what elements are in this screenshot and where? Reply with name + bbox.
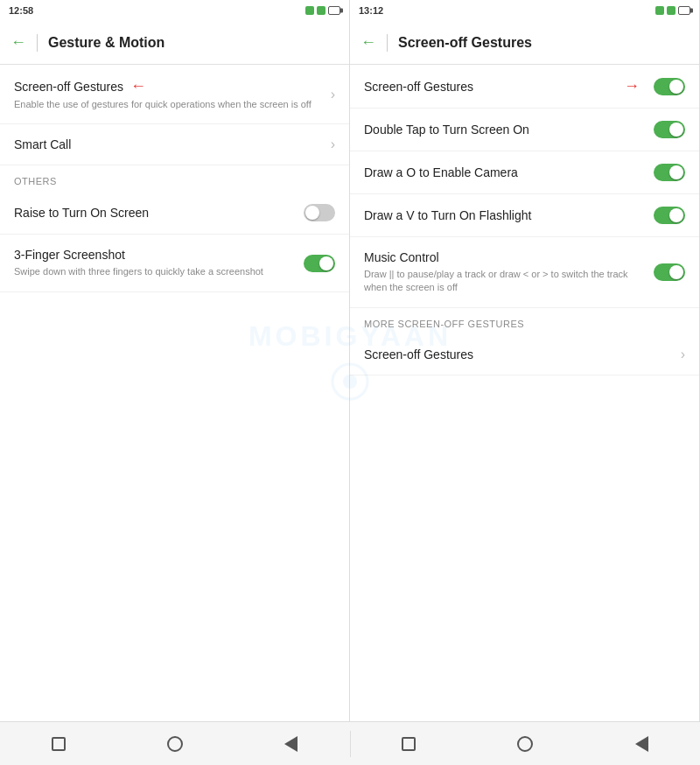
right-screen-title: Screen-off Gestures: [398, 35, 532, 51]
left-screen-title: Gesture & Motion: [48, 35, 164, 51]
right-nav-circle[interactable]: [512, 731, 538, 757]
right-status-bar: 13:12: [350, 0, 699, 21]
right-appbar-divider: [387, 34, 388, 52]
left-item-subtitle-1: Enable the use of gestures for quick ope…: [14, 98, 324, 111]
right-battery-icon: [678, 6, 690, 15]
right-green-box-icon: [667, 6, 676, 15]
left-status-bar: 12:58: [0, 0, 349, 21]
notification-icon: [305, 6, 314, 15]
right-app-bar: ← Screen-off Gestures: [350, 21, 699, 65]
right-flashlight-item[interactable]: Draw a V to Turn On Flashlight: [350, 194, 699, 237]
left-screenshot-text: 3-Finger Screenshot Swipe down with thre…: [14, 247, 297, 278]
left-nav-circle[interactable]: [162, 731, 188, 757]
left-raise-text: Raise to Turn On Screen: [14, 205, 297, 221]
right-notification-icon: [655, 6, 664, 15]
left-screenshot-item[interactable]: 3-Finger Screenshot Swipe down with thre…: [0, 235, 349, 291]
left-raise-item[interactable]: Raise to Turn On Screen: [0, 192, 349, 235]
right-camera-title: Draw a O to Enable Camera: [364, 165, 518, 179]
battery-icon: [328, 6, 340, 15]
right-chevron-1: ›: [681, 347, 685, 362]
right-time: 13:12: [359, 5, 383, 16]
right-double-tap-item[interactable]: Double Tap to Turn Screen On: [350, 109, 699, 151]
right-more-gestures-item[interactable]: Screen-off Gestures ›: [350, 334, 699, 375]
left-chevron-1: ›: [331, 87, 335, 102]
right-screen-off-text: Screen-off Gestures: [364, 79, 624, 95]
left-section-others: OTHERS: [0, 165, 349, 192]
left-screenshot-toggle-knob: [319, 256, 333, 270]
right-screen-off-item[interactable]: Screen-off Gestures →: [350, 65, 699, 109]
right-camera-item[interactable]: Draw a O to Enable Camera: [350, 151, 699, 194]
left-item-title-1: Screen-off Gestures: [14, 80, 123, 94]
left-appbar-divider: [37, 34, 38, 52]
left-screenshot-subtitle: Swipe down with three fingers to quickly…: [14, 265, 297, 278]
right-screen-off-knob: [669, 80, 683, 94]
left-chevron-2: ›: [331, 137, 335, 152]
right-circle-icon: [517, 736, 533, 752]
right-double-tap-title: Double Tap to Turn Screen On: [364, 123, 529, 137]
right-screen-off-toggle[interactable]: [654, 78, 685, 95]
right-music-knob: [669, 265, 683, 279]
right-music-toggle[interactable]: [654, 263, 685, 281]
right-flashlight-title: Draw a V to Turn On Flashlight: [364, 208, 531, 222]
right-music-subtitle: Draw || to pause/play a track or draw < …: [364, 268, 647, 295]
left-item-title-2: Smart Call: [14, 137, 71, 151]
right-settings-content: Screen-off Gestures → Double Tap to Turn…: [350, 65, 699, 721]
right-nav-section: [351, 731, 701, 757]
right-more-gestures-title: Screen-off Gestures: [364, 347, 473, 361]
right-red-arrow: →: [624, 77, 640, 95]
right-screen: 13:12 ← Screen-off Gestures Screen-off G…: [350, 0, 700, 721]
left-raise-title: Raise to Turn On Screen: [14, 206, 149, 220]
right-flashlight-toggle[interactable]: [654, 207, 685, 224]
left-app-bar: ← Gesture & Motion: [0, 21, 349, 65]
square-icon: [52, 737, 66, 751]
left-nav-section: [0, 731, 350, 757]
right-double-tap-knob: [669, 123, 683, 137]
left-screen: 12:58 ← Gesture & Motion Screen-off Gest…: [0, 0, 350, 721]
right-more-gestures-text: Screen-off Gestures: [364, 347, 674, 362]
left-raise-toggle[interactable]: [304, 204, 335, 221]
left-screen-off-gestures-item[interactable]: Screen-off Gestures ← Enable the use of …: [0, 65, 349, 124]
green-box-icon: [317, 6, 326, 15]
triangle-icon: [284, 736, 298, 752]
right-section-more: MORE SCREEN-OFF GESTURES: [350, 308, 699, 334]
left-screenshot-title: 3-Finger Screenshot: [14, 248, 125, 262]
left-settings-content: Screen-off Gestures ← Enable the use of …: [0, 65, 349, 721]
right-status-icons: [655, 6, 690, 15]
right-back-button[interactable]: ←: [360, 33, 376, 52]
right-double-tap-text: Double Tap to Turn Screen On: [364, 122, 647, 137]
right-nav-square[interactable]: [396, 731, 422, 757]
right-screen-off-title: Screen-off Gestures: [364, 80, 473, 94]
right-music-title: Music Control: [364, 250, 439, 264]
right-square-icon: [402, 737, 416, 751]
right-camera-toggle[interactable]: [654, 164, 685, 181]
right-camera-knob: [669, 165, 683, 179]
left-screenshot-toggle[interactable]: [304, 255, 335, 272]
circle-icon: [167, 736, 183, 752]
left-time: 12:58: [9, 5, 33, 16]
bottom-nav-bar: [0, 721, 700, 765]
right-triangle-icon: [635, 736, 648, 752]
left-item-text-2: Smart Call: [14, 137, 324, 152]
left-red-arrow: ←: [130, 77, 146, 95]
left-nav-back[interactable]: [278, 731, 304, 757]
left-raise-toggle-knob: [305, 206, 319, 220]
right-double-tap-toggle[interactable]: [654, 121, 685, 138]
left-item-title-row: Screen-off Gestures ←: [14, 77, 324, 95]
left-status-icons: [305, 6, 340, 15]
right-flashlight-knob: [669, 208, 683, 222]
right-flashlight-text: Draw a V to Turn On Flashlight: [364, 207, 647, 223]
right-camera-text: Draw a O to Enable Camera: [364, 165, 647, 180]
left-smart-call-item[interactable]: Smart Call ›: [0, 124, 349, 165]
left-nav-square[interactable]: [46, 731, 72, 757]
right-nav-back[interactable]: [628, 731, 654, 757]
right-music-item[interactable]: Music Control Draw || to pause/play a tr…: [350, 237, 699, 308]
left-item-text-1: Screen-off Gestures ← Enable the use of …: [14, 77, 324, 111]
right-music-text: Music Control Draw || to pause/play a tr…: [364, 249, 647, 295]
left-back-button[interactable]: ←: [10, 33, 26, 52]
